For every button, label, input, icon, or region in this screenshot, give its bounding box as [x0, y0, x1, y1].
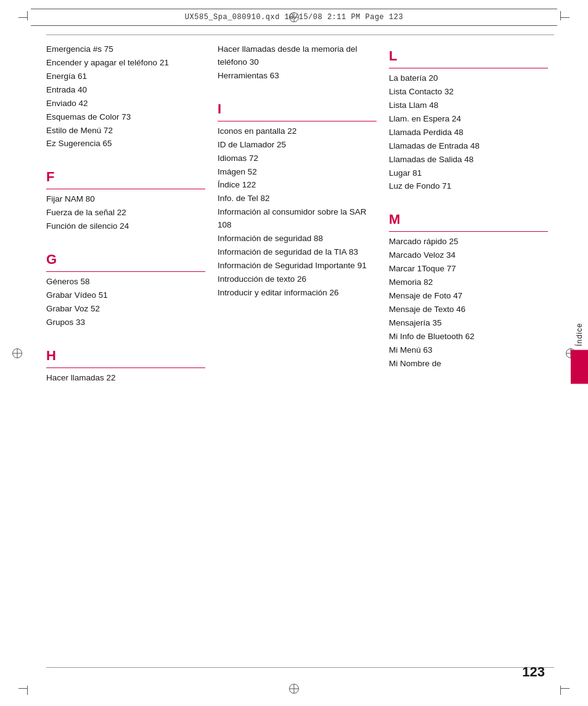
side-tab-color-block	[571, 350, 588, 384]
section-letter-f: F	[46, 166, 205, 187]
entry-memoria: Memoria 82	[389, 276, 548, 289]
entry-info-consumidor: Información al consumidor sobre la SAR 1…	[218, 206, 377, 232]
entry-info-tel: Info. de Tel 82	[218, 192, 377, 205]
entry-ez: Ez Sugerencia 65	[46, 138, 205, 150]
entry-lugar: Lugar 81	[389, 167, 548, 180]
entry-entrada: Entrada 40	[46, 84, 205, 97]
divider-i	[218, 121, 377, 121]
crop-mark	[27, 686, 28, 695]
entry-lista-llam: Lista Llam 48	[389, 99, 548, 112]
registration-mark-bottom	[289, 684, 299, 694]
entry-info-seguridad: Información de seguridad 88	[218, 232, 377, 245]
divider-f	[46, 189, 205, 189]
divider-h	[46, 367, 205, 368]
entry-encender: Encender y apagar el teléfono 21	[46, 57, 205, 70]
section-letter-h: H	[46, 345, 205, 366]
entry-mensaje-texto: Mensaje de Texto 46	[389, 303, 548, 316]
entry-energia: Energía 61	[46, 70, 205, 83]
entry-llamada-perdida: Llamada Perdida 48	[389, 126, 548, 139]
entry-hacer-llamadas-memoria: Hacer llamadas desde la memoria del telé…	[218, 43, 377, 69]
section-letter-g: G	[46, 249, 205, 270]
entry-indice: Índice 122	[218, 179, 377, 192]
crop-mark	[18, 17, 28, 18]
crop-mark	[560, 688, 570, 689]
registration-mark-left	[12, 348, 22, 358]
entry-info-seguridad-tia: Información de seguridad de la TIA 83	[218, 246, 377, 259]
entry-fijar: Fijar NAM 80	[46, 193, 205, 206]
divider-m	[389, 231, 548, 232]
entry-estilo: Estilo de Menú 72	[46, 125, 205, 138]
column-2: Hacer llamadas desde la memoria del telé…	[211, 43, 383, 657]
section-letter-l: L	[389, 46, 548, 67]
entry-idiomas: Idiomas 72	[218, 152, 377, 165]
entry-mensajeria: Mensajería 35	[389, 317, 548, 330]
entry-introducir: Introducir y editar información 26	[218, 287, 377, 300]
entry-emergencia: Emergencia #s 75	[46, 43, 205, 56]
entry-esquemas: Esquemas de Color 73	[46, 111, 205, 124]
crop-mark	[560, 686, 561, 695]
registration-mark-top	[289, 12, 299, 22]
entry-mi-info-bluetooth: Mi Info de Bluetooth 62	[389, 330, 548, 343]
entry-llamadas-entrada: Llamadas de Entrada 48	[389, 140, 548, 153]
entry-iconos: Iconos en pantalla 22	[218, 125, 377, 138]
entry-marcar-1toque: Marcar 1Toque 77	[389, 263, 548, 276]
entry-grabar-video: Grabar Vídeo 51	[46, 289, 205, 302]
entry-fuerza: Fuerza de la señal 22	[46, 207, 205, 220]
entry-marcado-veloz: Marcado Veloz 34	[389, 249, 548, 262]
entry-id-llamador: ID de Llamador 25	[218, 139, 377, 152]
entry-bateria: La batería 20	[389, 72, 548, 85]
crop-mark	[18, 688, 28, 689]
entry-enviado: Enviado 42	[46, 97, 205, 110]
divider-l	[389, 68, 548, 68]
entry-grupos: Grupos 33	[46, 316, 205, 329]
entry-funcion: Función de silencio 24	[46, 220, 205, 233]
entry-mensaje-foto: Mensaje de Foto 47	[389, 290, 548, 303]
entry-info-seguridad-importante: Información de Seguridad Importante 91	[218, 260, 377, 273]
crop-mark	[560, 17, 570, 18]
section-letter-m: M	[389, 209, 548, 230]
entry-marcado-rapido: Marcado rápido 25	[389, 236, 548, 248]
top-rule-line	[46, 35, 554, 35]
column-3: L La batería 20 Lista Contacto 32 Lista …	[383, 43, 554, 657]
entry-introduccion: Introducción de texto 26	[218, 273, 377, 286]
entry-hacer-llamadas: Hacer llamadas 22	[46, 372, 205, 385]
side-tab-label: Índice	[575, 322, 584, 346]
entry-imagen: Imágen 52	[218, 166, 377, 179]
entry-mi-menu: Mi Menú 63	[389, 344, 548, 357]
divider-g	[46, 271, 205, 272]
entry-mi-nombre: Mi Nombre de	[389, 358, 548, 371]
bottom-rule-line	[46, 667, 554, 668]
page-number: 123	[522, 664, 545, 680]
entry-llamadas-salida: Llamadas de Salida 48	[389, 154, 548, 166]
entry-luz-fondo: Luz de Fondo 71	[389, 180, 548, 193]
entry-grabar-voz: Grabar Voz 52	[46, 303, 205, 316]
side-tab: Índice	[571, 322, 588, 384]
entry-lista-contacto: Lista Contacto 32	[389, 86, 548, 99]
column-1: Emergencia #s 75 Encender y apagar el te…	[46, 43, 211, 657]
entry-herramientas: Herramientas 63	[218, 70, 377, 83]
crop-mark	[27, 11, 28, 20]
entry-generos: Géneros 58	[46, 276, 205, 289]
entry-llam-espera: Llam. en Espera 24	[389, 113, 548, 126]
section-letter-i: I	[218, 99, 377, 120]
content-area: Emergencia #s 75 Encender y apagar el te…	[46, 43, 554, 657]
crop-mark	[560, 11, 561, 20]
